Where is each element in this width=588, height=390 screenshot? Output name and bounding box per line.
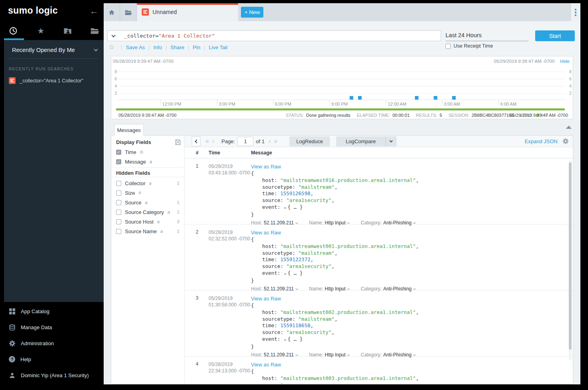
histogram-data-square[interactable] — [452, 96, 456, 100]
home-button[interactable] — [104, 3, 120, 21]
field-checkbox[interactable] — [116, 229, 121, 234]
time-range-selector[interactable]: Last 24 Hours — [446, 30, 528, 41]
prev-page-button[interactable]: ‹ — [211, 138, 216, 145]
logreduce-button[interactable]: LogReduce — [289, 136, 330, 146]
field-checkbox[interactable] — [116, 210, 121, 215]
link-separator: | — [117, 45, 126, 50]
library-folder-icon[interactable] — [89, 26, 100, 36]
view-as-raw-link[interactable]: View as Raw — [251, 362, 281, 368]
link-separator: | — [184, 45, 193, 50]
logcompare-dropdown[interactable] — [385, 136, 397, 146]
first-page-button[interactable]: « — [204, 138, 211, 145]
search-query-input[interactable]: _collector="Area 1 Collector" — [119, 30, 441, 41]
time-field-checkbox[interactable]: ✓ — [116, 150, 121, 155]
favorite-star-icon[interactable]: ☆ — [108, 43, 114, 51]
y-tick-label: 2 — [114, 91, 117, 96]
histogram-plot[interactable] — [117, 72, 566, 100]
expand-event-icon[interactable]: ▶ — [285, 272, 287, 276]
sidebar-item-user-account[interactable]: Dominic Yip (Area 1 Security) — [0, 367, 104, 383]
field-checkbox[interactable] — [116, 181, 121, 186]
display-field-time[interactable]: ✓ Time — [116, 148, 181, 156]
view-as-raw-link[interactable]: View as Raw — [251, 164, 281, 170]
expand-event-icon[interactable]: ▶ — [285, 206, 287, 210]
sidebar-item-help[interactable]: ? Help — [0, 351, 104, 367]
hidden-field-row[interactable]: Source Host a 3 — [116, 217, 181, 226]
search-action-link[interactable]: Live Tail — [209, 44, 228, 50]
library-button[interactable] — [120, 3, 136, 21]
sidebar-item-administration[interactable]: Administration — [0, 335, 104, 351]
hidden-field-row[interactable]: Collector a 1 — [116, 178, 181, 188]
hidden-field-row[interactable]: Size # — [116, 188, 181, 198]
chevron-down-icon — [389, 139, 393, 142]
timeline-end-date: 05/29/2019 9:39:47 AM -0700 — [494, 59, 555, 64]
field-checkbox[interactable] — [116, 190, 121, 196]
search-action-link[interactable]: Save As — [126, 44, 145, 50]
x-tick-label: 3:00 PM — [219, 102, 235, 106]
save-fields-icon[interactable] — [175, 139, 181, 145]
display-field-message[interactable]: ✓ Message a — [116, 157, 181, 166]
histogram-data-square[interactable] — [358, 96, 361, 100]
view-as-raw-link[interactable]: View as Raw — [251, 230, 281, 236]
status-label: STATUS: — [286, 113, 304, 118]
field-checkbox[interactable] — [116, 219, 121, 224]
settings-gear-icon[interactable] — [562, 138, 569, 144]
scrollbar[interactable] — [569, 160, 572, 360]
view-as-raw-link[interactable]: View as Raw — [251, 296, 281, 302]
query-history-dropdown[interactable] — [107, 30, 120, 41]
collapse-panel-up-icon[interactable] — [566, 126, 572, 129]
field-checkbox[interactable] — [116, 200, 121, 205]
session-label: SESSION: — [448, 113, 469, 118]
field-type-icon: a — [149, 181, 151, 186]
use-receipt-time-toggle[interactable]: Use Receipt Time — [446, 43, 493, 49]
collapse-fields-button[interactable] — [192, 136, 201, 146]
kebab-menu-icon[interactable] — [570, 3, 580, 21]
collapse-sidebar-icon[interactable]: ← — [90, 6, 98, 16]
recent-panel-header[interactable]: Recently Opened By Me — [4, 40, 104, 58]
recent-tab-clock-icon[interactable] — [8, 26, 18, 36]
personal-library-icon[interactable] — [62, 26, 73, 36]
logcompare-button-group[interactable]: LogCompare — [336, 136, 397, 146]
folder-icon — [124, 9, 132, 16]
hidden-field-row[interactable]: Source Name a 1 — [116, 226, 181, 236]
hidden-field-row[interactable]: Source a 1 — [116, 198, 181, 207]
histogram-data-square[interactable] — [415, 96, 419, 100]
fields-sidebar: Display Fields ✓ Time ✓ Message a Hidden… — [111, 136, 185, 384]
message-json: { host: "mailstreamwest001.production.ar… — [251, 236, 561, 284]
tab-messages[interactable]: Messages — [114, 124, 144, 136]
home-icon — [108, 9, 115, 16]
new-tab-button[interactable]: + New — [241, 7, 263, 18]
chevron-down-icon — [112, 33, 116, 37]
tick-mark — [273, 100, 273, 105]
page-number-input[interactable] — [237, 137, 253, 146]
histogram-data-square[interactable] — [434, 96, 437, 100]
sidebar-item-app-catalog[interactable]: App Catalog — [0, 303, 104, 319]
expand-event-icon[interactable]: ▶ — [285, 338, 287, 342]
x-tick: 6:00 AM — [498, 100, 516, 107]
time-selection-bar[interactable] — [116, 108, 565, 110]
start-search-button[interactable]: Start — [535, 30, 575, 41]
expand-json-link[interactable]: Expand JSON — [525, 138, 558, 144]
y-tick-label: 4 — [569, 84, 572, 88]
message-row: 1 05/29/2019 03:43:18.000 -0700 View as … — [185, 158, 573, 224]
recent-search-item[interactable]: _collector="Area 1 Collector" — [9, 77, 104, 84]
histogram-data-square[interactable] — [349, 96, 353, 100]
message-row: 2 05/29/2019 02:32:52.000 -0700 View as … — [185, 224, 573, 290]
hidden-field-row[interactable]: Source Category a 1 — [116, 207, 181, 217]
receipt-time-checkbox[interactable] — [446, 44, 451, 49]
last-page-button[interactable]: » — [272, 138, 279, 145]
search-action-link[interactable]: Share — [171, 44, 185, 50]
hide-timeline-link[interactable]: Hide — [560, 59, 570, 64]
row-timestamp: 05/29/2019 01:30:58.000 -0700 — [209, 295, 250, 308]
next-page-button[interactable]: › — [267, 138, 272, 145]
sidebar-item-manage-data[interactable]: Manage Data — [0, 319, 104, 335]
y-tick-label: 6 — [569, 76, 572, 81]
scrollbar-thumb[interactable] — [569, 162, 572, 350]
logcompare-button[interactable]: LogCompare — [336, 136, 385, 146]
query-value: "Area 1 Collector" — [159, 33, 215, 39]
tab-unnamed[interactable]: Unnamed — [137, 3, 238, 21]
message-field-checkbox[interactable]: ✓ — [116, 159, 121, 164]
search-action-link[interactable]: Info — [153, 44, 162, 50]
favorites-tab-star-icon[interactable]: ★ — [36, 26, 46, 36]
field-count: 3 — [177, 219, 179, 224]
search-action-link[interactable]: Pin — [193, 44, 201, 50]
